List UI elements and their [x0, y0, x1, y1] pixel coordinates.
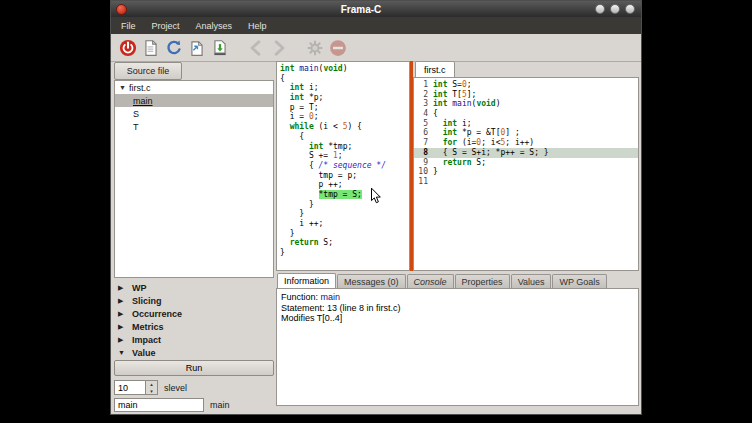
tab-values[interactable]: Values	[511, 274, 552, 288]
expander-icon[interactable]: ▼	[118, 349, 127, 356]
analysis-section-label: Occurrence	[132, 309, 182, 319]
code-line[interactable]: }	[280, 200, 409, 210]
tab-first-c[interactable]: first.c	[415, 61, 455, 77]
expander-icon[interactable]: ▶	[118, 297, 127, 305]
analysis-section-wp[interactable]: ▶WP	[114, 281, 274, 294]
line-number: 4	[414, 109, 428, 119]
code-line[interactable]: 7 for (i=0; i<5; i++)	[414, 138, 638, 148]
quit-icon[interactable]	[116, 36, 139, 59]
code-line[interactable]: S += 1;	[280, 151, 409, 161]
expander-icon[interactable]: ▶	[118, 310, 127, 318]
line-number: 3	[414, 99, 428, 109]
code-line[interactable]: 11	[414, 177, 638, 187]
analysis-section-occurrence[interactable]: ▶Occurrence	[114, 307, 274, 320]
tree-item-main[interactable]: main	[115, 94, 273, 107]
code-line[interactable]: {	[280, 132, 409, 142]
code-line[interactable]: 9 return S;	[414, 158, 638, 168]
analysis-section-value[interactable]: ▼Value	[114, 346, 274, 359]
reload-icon[interactable]	[162, 36, 185, 59]
load-session-icon[interactable]	[185, 36, 208, 59]
code-line[interactable]: i ++;	[280, 219, 409, 229]
code-line[interactable]: while (i < 5) {	[280, 122, 409, 132]
code-line[interactable]: i = 0;	[280, 112, 409, 122]
information-panel: Function: mainStatement: 13 (line 8 in f…	[276, 288, 639, 406]
code-line[interactable]: int *tmp;	[280, 142, 409, 152]
code-line[interactable]: 3int main(void)	[414, 99, 638, 109]
code-line[interactable]: int main(void)	[280, 64, 409, 74]
stop-icon	[326, 36, 349, 59]
analysis-section-label: WP	[132, 283, 147, 293]
menu-file[interactable]: File	[113, 17, 144, 34]
code-line[interactable]: { /* sequence */	[280, 161, 409, 171]
cil-code-panel[interactable]: int main(void){ int i; int *p; p = T; i …	[276, 61, 410, 271]
menu-analyses[interactable]: Analyses	[188, 17, 241, 34]
code-line[interactable]: tmp = p;	[280, 171, 409, 181]
expander-icon[interactable]: ▼	[119, 84, 129, 91]
code-line[interactable]: *tmp = S;	[280, 190, 409, 200]
analysis-section-impact[interactable]: ▶Impact	[114, 333, 274, 346]
analysis-section-slicing[interactable]: ▶Slicing	[114, 294, 274, 307]
code-line[interactable]: 4{	[414, 109, 638, 119]
save-session-icon[interactable]	[208, 36, 231, 59]
line-number: 2	[414, 90, 428, 100]
close-button[interactable]	[625, 4, 635, 14]
analysis-section-label: Slicing	[132, 296, 162, 306]
window-menu-icon[interactable]	[116, 4, 127, 15]
new-session-icon[interactable]	[139, 36, 162, 59]
tab-information[interactable]: Information	[277, 273, 336, 288]
slevel-value[interactable]: 10	[115, 381, 145, 394]
toolbar	[111, 34, 641, 62]
code-line[interactable]: return S;	[280, 238, 409, 248]
code-line[interactable]: {	[280, 74, 409, 84]
forward-icon	[267, 36, 290, 59]
analysis-section-metrics[interactable]: ▶Metrics	[114, 320, 274, 333]
back-icon	[244, 36, 267, 59]
main-function-input[interactable]: main	[114, 398, 204, 412]
run-button[interactable]: Run	[114, 360, 274, 376]
expander-icon[interactable]: ▶	[118, 284, 127, 292]
line-number: 1	[414, 80, 428, 90]
expander-icon[interactable]: ▶	[118, 336, 127, 344]
menu-help[interactable]: Help	[240, 17, 275, 34]
code-line[interactable]: 10}	[414, 167, 638, 177]
source-code-view[interactable]: 1int S=0;2int T[5];3int main(void)4{5 in…	[413, 77, 639, 271]
line-number: 7	[414, 138, 428, 148]
tab-properties[interactable]: Properties	[455, 274, 510, 288]
spinner-buttons: ▴ ▾	[145, 381, 157, 394]
line-number: 11	[414, 177, 428, 187]
tree-item-s[interactable]: S	[115, 107, 273, 120]
maximize-button[interactable]	[610, 4, 620, 14]
spin-down-icon[interactable]: ▾	[146, 388, 157, 395]
code-line[interactable]: }	[280, 229, 409, 239]
tab-console[interactable]: Console	[407, 274, 454, 288]
code-line[interactable]: }	[280, 248, 409, 258]
tab-messages-0-[interactable]: Messages (0)	[337, 274, 406, 288]
slevel-label: slevel	[164, 383, 187, 393]
code-line[interactable]: 1int S=0;	[414, 80, 638, 90]
code-line[interactable]: p ++;	[280, 180, 409, 190]
slevel-row: 10 ▴ ▾ slevel	[114, 380, 274, 395]
expander-icon[interactable]: ▶	[118, 323, 127, 331]
tree-item-t[interactable]: T	[115, 120, 273, 133]
line-number: 5	[414, 119, 428, 129]
tree-item-first-c[interactable]: ▼first.c	[115, 81, 273, 94]
tab-wp-goals[interactable]: WP Goals	[552, 274, 606, 288]
source-code-panel: first.c 1int S=0;2int T[5];3int main(voi…	[413, 61, 639, 271]
slevel-spinbox[interactable]: 10 ▴ ▾	[114, 380, 158, 395]
main-area: Source file ▼first.cmainST ▶WP▶Slicing▶O…	[112, 61, 640, 413]
info-line: Function: main	[281, 292, 634, 303]
code-line[interactable]: }	[280, 209, 409, 219]
source-file-button[interactable]: Source file	[114, 62, 182, 80]
analyses-list: ▶WP▶Slicing▶Occurrence▶Metrics▶Impact▼Va…	[114, 281, 274, 359]
line-number: 8	[414, 148, 428, 158]
menu-project[interactable]: Project	[144, 17, 188, 34]
code-line[interactable]: p = T;	[280, 103, 409, 113]
bottom-panel: InformationMessages (0)ConsoleProperties…	[276, 273, 639, 406]
code-line[interactable]: int *p;	[280, 93, 409, 103]
code-line[interactable]: int i;	[280, 83, 409, 93]
code-line[interactable]: 5 int i;	[414, 119, 638, 129]
code-line[interactable]: 6 int *p = &T[0] ;	[414, 128, 638, 138]
code-line[interactable]: 8 { S = S+i; *p++ = S; }	[414, 148, 638, 158]
minimize-button[interactable]	[595, 4, 605, 14]
code-line[interactable]: 2int T[5];	[414, 90, 638, 100]
